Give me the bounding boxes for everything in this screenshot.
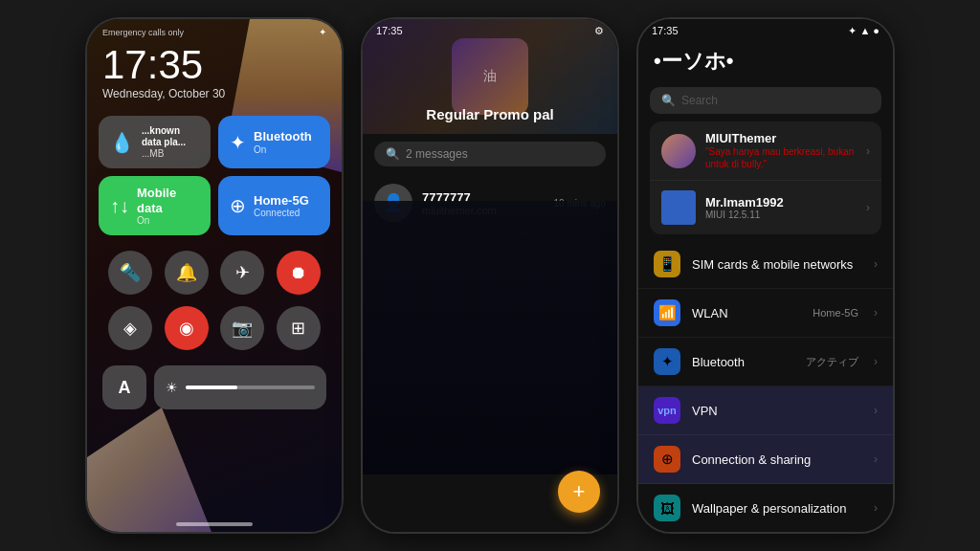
status-icons-3: ✦ ▲ ● (848, 25, 880, 37)
settings-wlan[interactable]: 📶 WLAN Home-5G › (638, 289, 893, 338)
focus-button[interactable]: ◉ (165, 306, 209, 350)
profile-version: MIUI 12.5.11 (705, 209, 857, 220)
sim-icon: 📱 (654, 251, 680, 277)
wifi-sub: Connected (254, 208, 319, 218)
sun-icon: ☀ (166, 380, 178, 395)
chat-title: Regular Promo pal (363, 106, 617, 122)
bluetooth-settings-icon: ✦ (654, 348, 680, 375)
compose-button[interactable]: + (558, 471, 600, 513)
mobile-data-tile[interactable]: ↑↓ Mobile data On (99, 176, 211, 235)
vpn-chevron: › (874, 404, 878, 417)
chat-header-bg: 油 17:35 ⚙ Regular Promo pal (363, 19, 617, 134)
wifi-tile[interactable]: ⊕ Home-5G Connected (218, 176, 330, 235)
data-label: ...known data pla... (142, 125, 199, 148)
status-emergency: Emergency calls only (102, 28, 184, 37)
search-placeholder: 2 messages (406, 147, 468, 161)
profile-name-1: MIUIThemer (705, 131, 857, 145)
settings-wallpaper[interactable]: 🖼 Wallpaper & personalization › (638, 484, 893, 532)
search-icon: 🔍 (386, 147, 400, 161)
accessibility-button[interactable]: A (102, 365, 146, 409)
status-bar: Emergency calls only ✦ (87, 19, 342, 41)
icon-row-2: ◈ ◉ 📷 ⊞ (87, 302, 342, 354)
vpn-icon: vpn (654, 397, 680, 424)
sim-label: SIM cards & mobile networks (692, 257, 862, 272)
data-tile[interactable]: 💧 ...known data pla... ...MB (99, 116, 211, 168)
profile-section: MIUIThemer "Saya hanya mau berkreasi, bu… (650, 121, 881, 234)
settings-vpn[interactable]: vpn VPN › (638, 386, 893, 435)
mobile-sub: On (137, 215, 199, 226)
wifi-label: Home-5G (254, 193, 319, 209)
wifi-icon: ⊕ (230, 194, 246, 217)
mobile-label: Mobile data (137, 186, 199, 215)
profile-chevron-1: › (866, 144, 870, 158)
connection-chevron: › (874, 452, 878, 466)
mobile-icon: ↑↓ (110, 195, 129, 217)
phone-1-control-center: Emergency calls only ✦ 17:35 Wednesday, … (85, 17, 344, 534)
location-button[interactable]: ◈ (108, 306, 152, 350)
bluetooth-tile[interactable]: ✦ Bluetooth On (218, 116, 330, 168)
settings-sim[interactable]: 📱 SIM cards & mobile networks › (638, 240, 893, 289)
dark-content-area (363, 201, 617, 474)
time-display-3: 17:35 (652, 25, 679, 37)
wlan-chevron: › (874, 306, 878, 320)
flashlight-button[interactable]: 🔦 (108, 251, 152, 295)
wlan-value: Home-5G (813, 307, 858, 319)
bottom-bar: A ☀ (87, 358, 342, 417)
sim-chevron: › (874, 257, 878, 271)
airplane-button[interactable]: ✈ (220, 251, 264, 295)
notification-button[interactable]: 🔔 (165, 251, 209, 295)
bluetooth-sub: On (254, 144, 319, 155)
bluetooth-settings-label: Bluetooth (692, 355, 794, 369)
data-icon: 💧 (110, 131, 134, 154)
bluetooth-value: アクティブ (806, 355, 858, 369)
controls-grid: 💧 ...known data pla... ...MB ✦ Bluetooth… (87, 108, 342, 243)
camera-button[interactable]: 📷 (220, 306, 264, 350)
settings-search-icon: 🔍 (661, 94, 676, 107)
expand-button[interactable]: ⊞ (277, 306, 321, 350)
bluetooth-label: Bluetooth (254, 129, 319, 144)
phone-2-messages: 油 17:35 ⚙ Regular Promo pal 🔍 2 messages… (361, 17, 619, 534)
status-icons: ✦ (319, 27, 326, 37)
status-bar-3: 17:35 ✦ ▲ ● (638, 19, 893, 43)
icon-row-1: 🔦 🔔 ✈ ⏺ (87, 243, 342, 302)
wlan-label: WLAN (692, 306, 801, 320)
profile-name-2: Mr.Imam1992 (705, 195, 857, 209)
profile-row-1[interactable]: MIUIThemer "Saya hanya mau berkreasi, bu… (650, 121, 881, 181)
record-button[interactable]: ⏺ (277, 251, 321, 295)
settings-bluetooth[interactable]: ✦ Bluetooth アクティブ › (638, 338, 893, 386)
brightness-control[interactable]: ☀ (154, 365, 326, 409)
bluetooth-chevron: › (874, 355, 878, 368)
bluetooth-icon: ✦ (230, 131, 246, 154)
profile-avatar-2 (661, 190, 696, 225)
wallpaper-chevron: › (874, 501, 878, 515)
chat-title-text: Regular Promo pal (363, 106, 617, 122)
message-search-bar[interactable]: 🔍 2 messages (374, 142, 606, 166)
connection-label: Connection & sharing (692, 452, 862, 467)
wallpaper-icon: 🖼 (654, 495, 680, 521)
time-section: 17:35 Wednesday, October 30 (87, 41, 342, 108)
connection-icon: ⊕ (654, 446, 680, 473)
brightness-track (186, 386, 315, 389)
clock-display: 17:35 (102, 45, 326, 85)
data-sub: ...MB (142, 148, 199, 159)
brightness-fill (186, 386, 237, 389)
settings-search-placeholder: Search (681, 94, 718, 107)
profile-chevron-2: › (866, 201, 870, 214)
phone-3-settings: 17:35 ✦ ▲ ● •ーソホ• 🔍 Search MIUIThemer "S… (636, 17, 895, 534)
wlan-icon: 📶 (654, 299, 680, 326)
settings-connection[interactable]: ⊕ Connection & sharing › (638, 435, 893, 484)
profile-sub-1: "Saya hanya mau berkreasi, bukan untuk d… (705, 145, 857, 170)
profile-row-2[interactable]: Mr.Imam1992 MIUI 12.5.11 › (650, 181, 881, 234)
profile-avatar-1 (661, 134, 696, 168)
vpn-label: VPN (692, 404, 862, 418)
home-indicator (176, 522, 253, 526)
status-bar-2: 17:35 ⚙ (363, 19, 617, 43)
settings-title: •ーソホ• (638, 43, 893, 83)
settings-search-bar[interactable]: 🔍 Search (650, 87, 881, 114)
date-display: Wednesday, October 30 (102, 87, 326, 100)
settings-list: 📱 SIM cards & mobile networks › 📶 WLAN H… (638, 240, 893, 532)
status-icons-2: ⚙ (594, 25, 604, 37)
time-display-2: 17:35 (376, 25, 403, 37)
wallpaper-label: Wallpaper & personalization (692, 501, 862, 516)
